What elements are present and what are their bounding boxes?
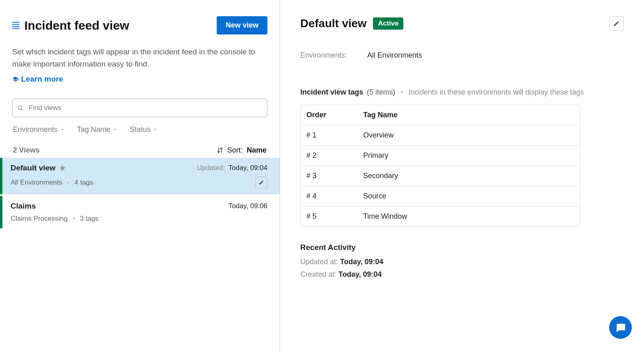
created-at-label: Created at: bbox=[300, 270, 338, 278]
created-at: Created at: Today, 09:04 bbox=[300, 270, 624, 279]
tags-count: (5 items) bbox=[367, 88, 395, 96]
sort-label: Sort: bbox=[227, 146, 243, 155]
view-top-row: Claims Today, 09:06 bbox=[11, 202, 267, 211]
updated-info: Updated: Today, 09:04 bbox=[197, 164, 267, 172]
filter-environments[interactable]: Environments bbox=[13, 125, 65, 134]
svg-point-0 bbox=[18, 106, 22, 109]
table-row: # 4 Source bbox=[301, 186, 580, 207]
view-meta: Claims Processing • 3 tags bbox=[11, 215, 99, 223]
title-wrap: Incident feed view bbox=[12, 19, 129, 32]
chat-button[interactable] bbox=[609, 316, 632, 339]
table-row: # 5 Time Window bbox=[301, 207, 580, 226]
tags-title: Incident view tags bbox=[300, 88, 363, 96]
view-tags: 4 tags bbox=[75, 179, 93, 187]
filters-row: Environments Tag Name Status bbox=[12, 125, 267, 134]
recent-activity: Recent Activity Updated at: Today, 09:04… bbox=[300, 243, 624, 279]
view-count: 2 Views bbox=[13, 146, 40, 155]
filter-status[interactable]: Status bbox=[130, 125, 158, 134]
dot-separator: • bbox=[67, 179, 70, 187]
cell-tag: Secondary bbox=[358, 166, 580, 186]
filter-tag-name[interactable]: Tag Name bbox=[77, 125, 118, 134]
created-at-value: Today, 09:04 bbox=[338, 270, 381, 278]
edit-detail-button[interactable] bbox=[609, 16, 624, 31]
new-view-button[interactable]: New view bbox=[217, 16, 267, 34]
dot-separator: • bbox=[401, 88, 403, 96]
table-row: # 1 Overview bbox=[301, 125, 580, 146]
filter-status-label: Status bbox=[130, 125, 151, 134]
table-row: # 2 Primary bbox=[301, 146, 580, 166]
graduation-cap-icon bbox=[12, 76, 19, 82]
cell-tag: Overview bbox=[358, 125, 580, 145]
view-env: Claims Processing bbox=[11, 215, 68, 223]
status-badge: Active bbox=[373, 17, 403, 30]
updated-at-label: Updated at: bbox=[300, 258, 340, 266]
right-title-wrap: Default view Active bbox=[300, 17, 403, 30]
view-item[interactable]: Claims Today, 09:06 Claims Processing • … bbox=[0, 196, 280, 228]
svg-line-1 bbox=[22, 109, 23, 110]
page-title: Incident feed view bbox=[24, 19, 129, 32]
right-header: Default view Active bbox=[300, 16, 624, 31]
table-row: # 3 Secondary bbox=[301, 166, 580, 186]
environments-value: All Environments bbox=[367, 51, 422, 60]
cell-order: # 2 bbox=[301, 146, 358, 166]
updated-info: Today, 09:06 bbox=[227, 202, 267, 210]
tags-note: Incidents in these environments will dis… bbox=[408, 88, 584, 96]
col-order: Order bbox=[301, 105, 358, 125]
search-input[interactable] bbox=[12, 99, 267, 117]
detail-title: Default view bbox=[300, 17, 366, 30]
environments-row: Environments: All Environments bbox=[300, 51, 624, 60]
updated-label: Updated: bbox=[197, 164, 225, 172]
tags-header: Incident view tags (5 items) • Incidents… bbox=[300, 88, 624, 97]
left-panel: Incident feed view New view Set which in… bbox=[0, 0, 280, 351]
view-name: Default view bbox=[11, 164, 56, 172]
chevron-down-icon bbox=[60, 127, 65, 132]
tags-table: Order Tag Name # 1 Overview # 2 Primary … bbox=[300, 105, 580, 227]
page-description: Set which incident tags will appear in t… bbox=[12, 46, 260, 71]
chat-icon bbox=[615, 322, 626, 333]
environments-label: Environments: bbox=[300, 51, 347, 60]
view-name: Claims bbox=[11, 202, 36, 211]
cell-order: # 5 bbox=[301, 207, 358, 226]
chevron-down-icon bbox=[113, 127, 118, 132]
cell-tag: Time Window bbox=[358, 207, 580, 226]
updated-at-value: Today, 09:04 bbox=[340, 258, 383, 266]
star-icon[interactable] bbox=[59, 164, 66, 172]
filter-environments-label: Environments bbox=[13, 125, 58, 134]
view-tags: 3 tags bbox=[80, 215, 99, 223]
sort-value: Name bbox=[247, 146, 267, 155]
table-header: Order Tag Name bbox=[301, 105, 580, 125]
sort-icon bbox=[217, 147, 223, 153]
learn-more-label: Learn more bbox=[21, 75, 63, 84]
view-name-wrap: Claims bbox=[11, 202, 36, 211]
left-header: Incident feed view New view bbox=[12, 16, 267, 34]
updated-time: Today, 09:04 bbox=[228, 164, 267, 172]
view-env: All Environments bbox=[11, 179, 62, 187]
col-tag-name: Tag Name bbox=[358, 105, 580, 125]
view-sub-row: Claims Processing • 3 tags bbox=[11, 215, 267, 223]
filter-tag-name-label: Tag Name bbox=[77, 125, 110, 134]
learn-more-link[interactable]: Learn more bbox=[12, 75, 63, 84]
count-sort-row: 2 Views Sort: Name bbox=[12, 146, 267, 158]
activity-title: Recent Activity bbox=[300, 243, 624, 252]
view-name-wrap: Default view bbox=[11, 164, 66, 172]
cell-order: # 1 bbox=[301, 125, 358, 145]
cell-order: # 3 bbox=[301, 166, 358, 186]
view-meta: All Environments • 4 tags bbox=[11, 179, 93, 187]
cell-tag: Primary bbox=[358, 146, 580, 166]
search-icon bbox=[17, 105, 24, 111]
view-sub-row: All Environments • 4 tags bbox=[11, 177, 267, 189]
search-wrap bbox=[12, 99, 267, 117]
view-item[interactable]: Default view Updated: Today, 09:04 All E… bbox=[0, 158, 280, 194]
updated-time: Today, 09:06 bbox=[228, 202, 267, 210]
cell-tag: Source bbox=[358, 186, 580, 206]
menu-icon[interactable] bbox=[12, 22, 19, 29]
chevron-down-icon bbox=[153, 127, 158, 132]
cell-order: # 4 bbox=[301, 186, 358, 206]
views-list: Default view Updated: Today, 09:04 All E… bbox=[0, 158, 280, 228]
updated-at: Updated at: Today, 09:04 bbox=[300, 258, 624, 266]
view-top-row: Default view Updated: Today, 09:04 bbox=[11, 164, 267, 172]
edit-view-button[interactable] bbox=[255, 177, 267, 189]
right-panel: Default view Active Environments: All En… bbox=[280, 0, 644, 351]
sort-control[interactable]: Sort: Name bbox=[217, 146, 267, 155]
dot-separator: • bbox=[73, 215, 75, 223]
